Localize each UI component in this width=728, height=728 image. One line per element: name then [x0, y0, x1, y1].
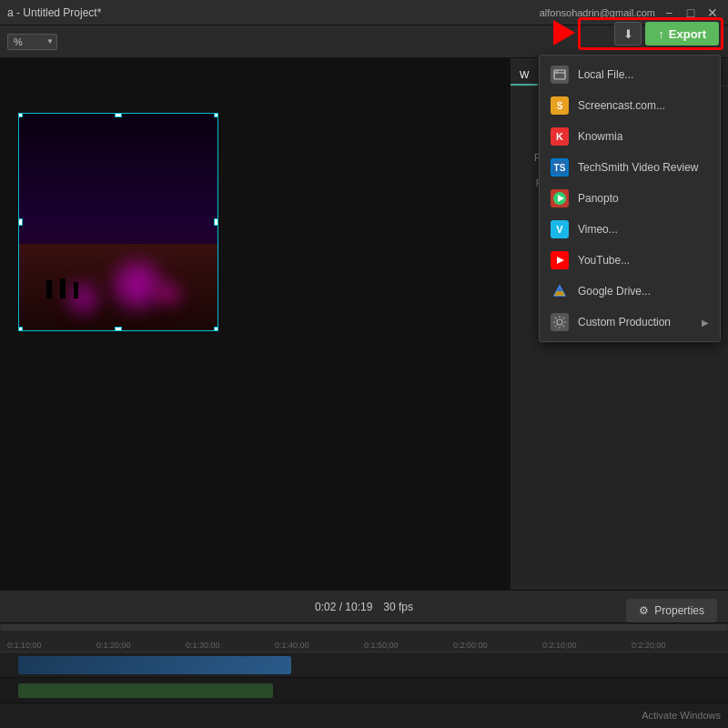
stage-figure-2	[60, 278, 66, 298]
local-file-label: Local File...	[578, 68, 709, 81]
properties-button[interactable]: ⚙ Properties	[626, 599, 717, 622]
handle-bottom-mid[interactable]	[115, 327, 122, 331]
ruler-mark-0: 0:1:10;00	[7, 641, 96, 650]
handle-top-right[interactable]	[214, 113, 218, 117]
timeline-area: 0:1:10;00 0:1:20;00 0:1:30;00 0:1:40;00 …	[0, 622, 728, 728]
youtube-label: YouTube...	[578, 254, 709, 267]
timeline-scrollbar[interactable]	[0, 623, 728, 631]
handle-left-mid[interactable]	[18, 218, 23, 226]
local-file-icon	[551, 66, 569, 84]
properties-gear-icon: ⚙	[639, 604, 649, 617]
restore-button[interactable]: □	[682, 5, 699, 21]
submenu-arrow-icon: ▶	[702, 318, 709, 328]
gdrive-icon	[551, 282, 569, 300]
svg-text:V: V	[556, 224, 563, 235]
knowmia-label: Knowmia	[578, 130, 709, 143]
export-area: ⬇ ↑ Export	[614, 22, 719, 46]
youtube-icon	[551, 251, 569, 269]
svg-text:TS: TS	[554, 163, 566, 173]
minimize-button[interactable]: −	[661, 5, 677, 21]
stage-figure-3	[74, 282, 78, 298]
menu-item-custom-production[interactable]: Custom Production ▶	[540, 307, 720, 338]
concert-scene	[19, 114, 217, 330]
ruler-mark-6: 0:2:10;00	[542, 641, 632, 650]
svg-text:S: S	[557, 101, 563, 111]
panopto-icon	[551, 189, 569, 207]
props-tab-visual[interactable]: W	[511, 66, 538, 86]
handle-right-mid[interactable]	[214, 218, 218, 226]
svg-text:K: K	[556, 131, 563, 142]
title-bar-controls: alfonsohadrin@gmail.com − □ ✕	[540, 5, 721, 21]
export-label: Export	[669, 27, 706, 41]
ruler-mark-5: 0:2:00;00	[453, 641, 542, 650]
techsmith-label: TechSmith Video Review	[578, 161, 709, 174]
user-email: alfonsohadrin@gmail.com	[540, 7, 655, 18]
vimeo-label: Vimeo...	[578, 223, 709, 236]
svg-rect-0	[554, 70, 565, 79]
audio-track	[0, 678, 728, 703]
stage-light-1	[110, 258, 165, 312]
menu-item-screencast[interactable]: S Screencast.com...	[540, 90, 720, 121]
custom-production-icon	[551, 313, 569, 331]
handle-bottom-left[interactable]	[18, 327, 23, 331]
screencast-label: Screencast.com...	[578, 99, 709, 112]
gdrive-label: Google Drive...	[578, 285, 709, 298]
export-button[interactable]: ↑ Export	[645, 22, 719, 46]
timeline-tracks[interactable]	[0, 652, 728, 703]
video-track	[0, 652, 728, 678]
video-clip[interactable]	[18, 656, 291, 674]
techsmith-icon: TS	[551, 158, 569, 177]
stage-light-2	[65, 280, 101, 317]
canvas-area: ⟲	[0, 58, 510, 601]
zoom-control[interactable]: % 25% 50% 75% 100% ▼	[7, 34, 57, 50]
ruler-mark-7: 0:2:20;00	[632, 641, 721, 650]
app-title: a - Untitled Project*	[7, 6, 101, 19]
handle-top-mid[interactable]	[115, 113, 122, 117]
ruler-mark-4: 0:1:50;00	[364, 641, 453, 650]
fps-display: 30 fps	[383, 601, 413, 613]
custom-production-label: Custom Production	[578, 316, 693, 329]
timeline-ruler: 0:1:10;00 0:1:20;00 0:1:30;00 0:1:40;00 …	[0, 631, 728, 652]
menu-item-knowmia[interactable]: K Knowmia	[540, 121, 720, 152]
menu-item-local-file[interactable]: Local File...	[540, 59, 720, 90]
ruler-mark-1: 0:1:20;00	[96, 641, 186, 650]
properties-label: Properties	[654, 604, 704, 617]
screencast-icon: S	[551, 96, 569, 115]
ruler-mark-2: 0:1:30;00	[186, 641, 275, 650]
handle-bottom-right[interactable]	[214, 327, 218, 331]
download-button[interactable]: ⬇	[614, 22, 642, 46]
close-button[interactable]: ✕	[704, 5, 721, 21]
export-upload-icon: ↑	[658, 27, 664, 41]
ruler-mark-3: 0:1:40;00	[275, 641, 364, 650]
menu-item-vimeo[interactable]: V Vimeo...	[540, 214, 720, 245]
export-dropdown-menu: Local File... S Screencast.com... K Know…	[539, 55, 721, 342]
menu-item-youtube[interactable]: YouTube...	[540, 245, 720, 276]
vimeo-icon: V	[551, 220, 569, 238]
zoom-select[interactable]: % 25% 50% 75% 100%	[7, 34, 57, 50]
current-time: 0:02 / 10:19	[315, 601, 372, 613]
audio-clip[interactable]	[18, 683, 273, 698]
svg-point-17	[557, 319, 562, 325]
menu-item-techsmith[interactable]: TS TechSmith Video Review	[540, 152, 720, 183]
panopto-label: Panopto	[578, 192, 709, 205]
download-icon: ⬇	[623, 27, 633, 41]
status-bar: 0:02 / 10:19 30 fps	[0, 590, 728, 622]
stage-figure-1	[46, 280, 52, 298]
menu-item-gdrive[interactable]: Google Drive...	[540, 276, 720, 307]
knowmia-icon: K	[551, 127, 569, 146]
video-preview[interactable]: ⟲	[18, 113, 218, 331]
menu-item-panopto[interactable]: Panopto	[540, 183, 720, 214]
handle-top-left[interactable]	[18, 113, 23, 117]
stage-light-3	[156, 280, 183, 308]
